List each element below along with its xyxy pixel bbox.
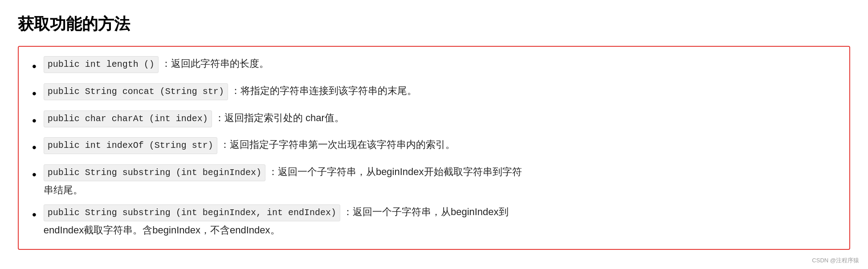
watermark: CSDN @注程序猿 bbox=[812, 257, 859, 265]
method-list: • public int length () ：返回此字符串的长度。 • pub… bbox=[32, 56, 836, 238]
method-content: public String substring (int beginIndex,… bbox=[44, 204, 509, 238]
content-box: • public int length () ：返回此字符串的长度。 • pub… bbox=[18, 46, 850, 250]
bullet-icon: • bbox=[32, 205, 37, 225]
list-item: • public String substring (int beginInde… bbox=[32, 164, 836, 198]
desc-continuation: 串结尾。 bbox=[44, 182, 522, 198]
list-item: • public int length () ：返回此字符串的长度。 bbox=[32, 56, 836, 77]
method-content: public String substring (int beginIndex)… bbox=[44, 164, 522, 198]
method-content: public String concat (String str) ：将指定的字… bbox=[44, 83, 417, 100]
list-item: • public String substring (int beginInde… bbox=[32, 204, 836, 238]
code-tag: public String substring (int beginIndex) bbox=[44, 164, 265, 181]
code-tag: public String concat (String str) bbox=[44, 83, 228, 100]
desc-text: ：返回一个子字符串，从beginIndex到 bbox=[343, 204, 509, 220]
code-tag: public char charAt (int index) bbox=[44, 110, 212, 127]
bullet-icon: • bbox=[32, 111, 37, 131]
page-title: 获取功能的方法 bbox=[18, 13, 850, 35]
code-tag: public int length () bbox=[44, 56, 159, 73]
bullet-icon: • bbox=[32, 165, 37, 185]
desc-text: ：返回指定子字符串第一次出现在该字符串内的索引。 bbox=[220, 137, 455, 152]
list-item: • public int indexOf (String str) ：返回指定子… bbox=[32, 137, 836, 158]
list-item: • public char charAt (int index) ：返回指定索引… bbox=[32, 110, 836, 131]
method-content: public int length () ：返回此字符串的长度。 bbox=[44, 56, 269, 73]
method-content: public char charAt (int index) ：返回指定索引处的… bbox=[44, 110, 344, 127]
list-item: • public String concat (String str) ：将指定… bbox=[32, 83, 836, 104]
bullet-icon: • bbox=[32, 57, 37, 77]
desc-continuation: endIndex截取字符串。含beginIndex，不含endIndex。 bbox=[44, 222, 509, 238]
method-content: public int indexOf (String str) ：返回指定子字符… bbox=[44, 137, 455, 154]
code-tag: public int indexOf (String str) bbox=[44, 137, 217, 154]
code-tag: public String substring (int beginIndex,… bbox=[44, 204, 340, 221]
desc-text: ：返回此字符串的长度。 bbox=[161, 56, 269, 71]
desc-text: ：将指定的字符串连接到该字符串的末尾。 bbox=[231, 83, 417, 98]
bullet-icon: • bbox=[32, 84, 37, 104]
bullet-icon: • bbox=[32, 138, 37, 158]
desc-text: ：返回一个子字符串，从beginIndex开始截取字符串到字符 bbox=[268, 164, 522, 179]
desc-text: ：返回指定索引处的 char值。 bbox=[215, 110, 344, 126]
